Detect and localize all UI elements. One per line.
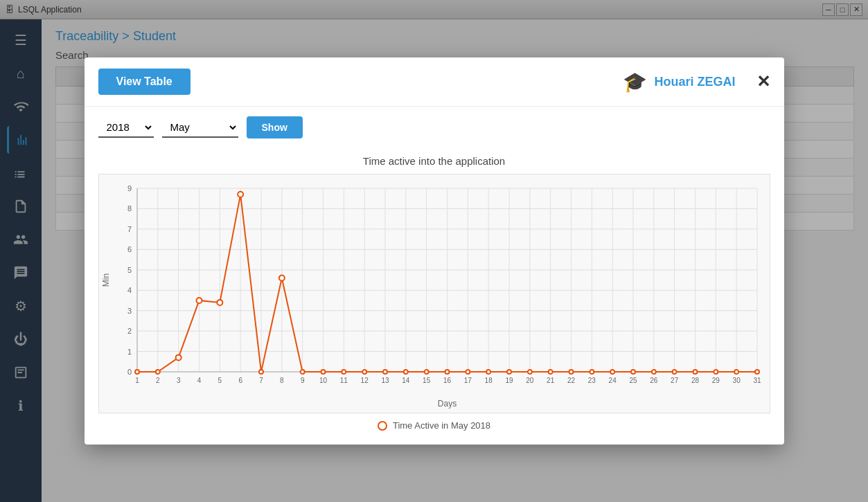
legend-label: Time Active in May 2018 <box>393 420 490 431</box>
svg-text:18: 18 <box>484 377 493 384</box>
svg-point-101 <box>445 370 449 374</box>
svg-text:28: 28 <box>691 377 699 384</box>
svg-text:31: 31 <box>753 377 761 384</box>
svg-text:Days: Days <box>437 399 456 409</box>
svg-text:27: 27 <box>671 377 679 384</box>
svg-point-94 <box>300 370 304 374</box>
svg-text:7: 7 <box>127 225 131 233</box>
svg-point-107 <box>569 370 573 374</box>
svg-text:2: 2 <box>156 377 160 384</box>
svg-text:3: 3 <box>127 307 131 315</box>
svg-text:3: 3 <box>176 377 180 384</box>
svg-text:25: 25 <box>629 377 637 384</box>
svg-text:5: 5 <box>218 377 222 384</box>
svg-text:8: 8 <box>280 377 284 384</box>
svg-text:16: 16 <box>443 377 451 384</box>
svg-text:6: 6 <box>238 377 242 384</box>
svg-point-93 <box>278 276 284 281</box>
svg-text:4: 4 <box>197 377 201 384</box>
svg-text:4: 4 <box>127 286 131 294</box>
chart-area: Time active into the application 0123456… <box>85 148 784 445</box>
svg-text:10: 10 <box>319 377 327 384</box>
chart-title: Time active into the application <box>98 155 770 167</box>
modal-close-button[interactable]: ✕ <box>756 72 770 91</box>
svg-text:Min: Min <box>101 274 111 287</box>
svg-point-99 <box>403 370 407 374</box>
svg-point-115 <box>734 370 738 374</box>
svg-text:7: 7 <box>259 377 263 384</box>
svg-text:14: 14 <box>402 377 410 384</box>
svg-text:9: 9 <box>127 184 131 192</box>
svg-point-90 <box>217 300 222 305</box>
svg-text:26: 26 <box>650 377 658 384</box>
svg-text:15: 15 <box>423 377 431 384</box>
svg-point-106 <box>548 370 552 374</box>
year-select[interactable]: 2018 2017 2019 <box>98 118 154 138</box>
svg-point-86 <box>135 370 139 374</box>
svg-text:12: 12 <box>360 377 369 384</box>
svg-text:0: 0 <box>127 368 131 376</box>
svg-text:1: 1 <box>135 377 139 384</box>
svg-text:17: 17 <box>463 377 472 384</box>
svg-point-116 <box>755 370 759 374</box>
svg-text:6: 6 <box>127 245 131 253</box>
chart-legend: Time Active in May 2018 <box>98 420 770 431</box>
show-button[interactable]: Show <box>247 116 303 138</box>
user-name: Houari ZEGAI <box>654 75 735 89</box>
svg-point-100 <box>424 370 428 374</box>
svg-point-110 <box>631 370 635 374</box>
svg-text:1: 1 <box>127 348 131 356</box>
modal-controls: 2018 2017 2019 JanuaryFebruaryMarch Apri… <box>85 107 784 148</box>
view-table-button[interactable]: View Table <box>98 69 191 95</box>
modal-user: 🎓 Houari ZEGAI ✕ <box>623 71 770 93</box>
svg-text:23: 23 <box>587 377 596 384</box>
svg-point-104 <box>507 370 511 374</box>
svg-text:8: 8 <box>127 204 131 213</box>
modal: View Table 🎓 Houari ZEGAI ✕ 2018 2017 20… <box>85 57 784 445</box>
modal-overlay: View Table 🎓 Houari ZEGAI ✕ 2018 2017 20… <box>0 0 868 502</box>
svg-point-112 <box>672 370 676 374</box>
chart-svg: 0123456789123456789101112131415161718192… <box>99 174 771 410</box>
user-avatar-icon: 🎓 <box>623 71 647 93</box>
svg-point-87 <box>155 370 159 374</box>
legend-icon <box>378 421 387 431</box>
svg-point-113 <box>693 370 697 374</box>
svg-point-91 <box>238 192 243 197</box>
svg-text:19: 19 <box>505 377 513 384</box>
svg-point-111 <box>651 370 655 374</box>
svg-text:24: 24 <box>608 377 617 384</box>
svg-point-97 <box>362 370 366 374</box>
svg-point-114 <box>714 370 718 374</box>
month-select[interactable]: JanuaryFebruaryMarch AprilMayJune JulyAu… <box>162 118 238 138</box>
svg-text:5: 5 <box>127 266 131 274</box>
svg-point-88 <box>175 355 181 360</box>
svg-point-102 <box>466 370 470 374</box>
svg-text:20: 20 <box>526 377 534 384</box>
svg-text:2: 2 <box>127 327 131 335</box>
svg-text:21: 21 <box>547 377 555 384</box>
svg-point-95 <box>321 370 325 374</box>
svg-point-96 <box>342 370 346 374</box>
svg-point-92 <box>259 370 263 374</box>
svg-text:29: 29 <box>711 377 720 384</box>
modal-header: View Table 🎓 Houari ZEGAI ✕ <box>85 57 784 107</box>
svg-point-105 <box>527 370 531 374</box>
svg-point-89 <box>196 298 202 303</box>
svg-text:30: 30 <box>732 377 741 384</box>
svg-text:13: 13 <box>381 377 389 384</box>
svg-point-98 <box>383 370 387 374</box>
svg-text:9: 9 <box>300 377 304 384</box>
svg-point-109 <box>610 370 614 374</box>
chart-container: 0123456789123456789101112131415161718192… <box>98 174 770 413</box>
svg-point-108 <box>590 370 594 374</box>
svg-text:22: 22 <box>567 377 575 384</box>
svg-text:11: 11 <box>339 377 348 384</box>
svg-point-103 <box>486 370 490 374</box>
